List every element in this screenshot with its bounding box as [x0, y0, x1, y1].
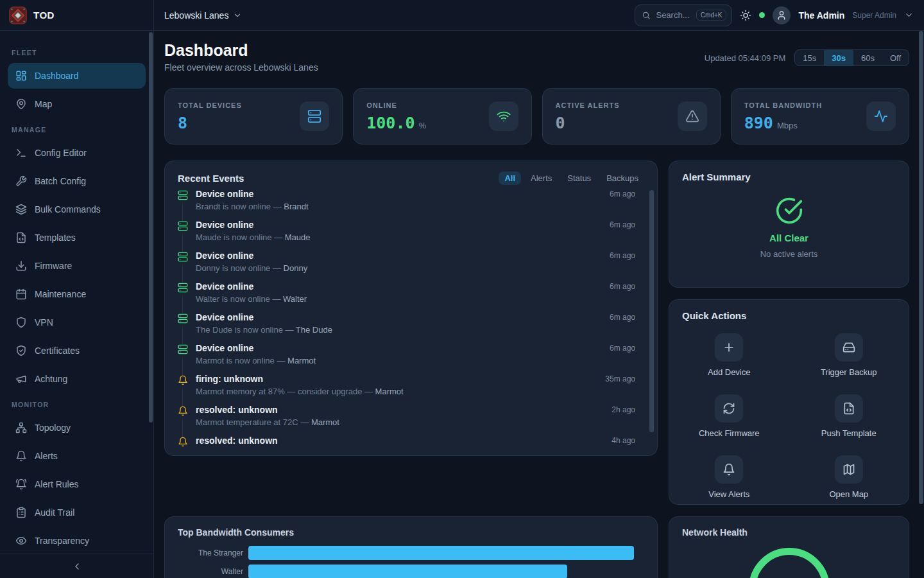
brand: TOD	[0, 0, 154, 31]
event-device: Marmot	[375, 387, 404, 396]
sidebar-item-label: Audit Trail	[35, 507, 74, 518]
file-code-icon	[15, 232, 27, 243]
sidebar-item-label: Bulk Commands	[35, 204, 101, 215]
event-filter-tab-status[interactable]: Status	[561, 171, 597, 185]
recent-events-panel: Recent Events AllAlertsStatusBackups Dev…	[164, 161, 658, 456]
sidebar-item-config-editor[interactable]: Config Editor	[8, 140, 146, 166]
refresh-option-60s[interactable]: 60s	[853, 50, 882, 66]
bandwidth-device-label: Walter	[165, 567, 248, 576]
event-title: Device online	[196, 281, 253, 292]
sidebar-item-maintenance[interactable]: Maintenance	[8, 281, 146, 307]
event-row[interactable]: resolved: unknown4h ago	[178, 435, 644, 453]
refresh-option-30s[interactable]: 30s	[824, 50, 853, 66]
refresh-icon	[723, 402, 735, 415]
search-icon	[642, 11, 651, 20]
quick-action-label: Push Template	[821, 428, 877, 438]
event-description: Walter is now online — Walter	[196, 294, 307, 304]
sidebar-item-templates[interactable]: Templates	[8, 225, 146, 250]
quick-action-push-template[interactable]: Push Template	[789, 394, 909, 438]
sidebar-item-bulk-commands[interactable]: Bulk Commands	[8, 197, 146, 222]
sidebar-item-audit-trail[interactable]: Audit Trail	[8, 500, 146, 525]
stat-label: TOTAL BANDWIDTH	[744, 101, 822, 109]
sidebar-item-firmware[interactable]: Firmware	[8, 253, 146, 279]
sidebar-item-alert-rules[interactable]: Alert Rules	[8, 471, 146, 497]
alert-triangle-icon	[685, 109, 699, 123]
page-scrollbar[interactable]	[919, 31, 923, 504]
event-title: Device online	[196, 220, 253, 230]
bell-icon	[178, 406, 188, 419]
quick-action-label: Check Firmware	[699, 428, 760, 438]
server-icon	[178, 252, 188, 265]
user-menu-chevron-down-icon[interactable]	[904, 10, 914, 20]
sidebar-item-certificates[interactable]: Certificates	[8, 338, 146, 363]
quick-action-open-map[interactable]: Open Map	[789, 455, 909, 499]
quick-action-check-firmware[interactable]: Check Firmware	[669, 394, 789, 438]
event-device: Brandt	[284, 202, 308, 211]
avatar[interactable]	[773, 6, 791, 24]
sidebar-item-vpn[interactable]: VPN	[8, 310, 146, 335]
event-filter-tab-all[interactable]: All	[499, 171, 521, 185]
event-row[interactable]: Device onlineMarmot is now online — Marm…	[178, 343, 644, 374]
quick-action-label: View Alerts	[708, 489, 749, 499]
search-input[interactable]: Search... Cmd+K	[635, 4, 732, 26]
shield-check-icon	[15, 345, 27, 356]
event-time: 4h ago	[612, 436, 635, 445]
plus-icon	[723, 341, 735, 354]
shield-icon	[15, 317, 27, 328]
event-list: Device onlineBrandt is now online — Bran…	[178, 189, 644, 453]
sidebar-item-transparency[interactable]: Transparency	[8, 528, 146, 554]
main-content: Dashboard Fleet overview across Lebowski…	[155, 31, 924, 578]
sidebar-section-label: MONITOR	[12, 401, 142, 408]
event-row[interactable]: resolved: unknownMarmot temperature at 7…	[178, 405, 644, 435]
map-pin-icon	[15, 98, 27, 110]
sidebar-item-alerts[interactable]: Alerts	[8, 443, 146, 469]
sidebar-item-topology[interactable]: Topology	[8, 415, 146, 441]
sidebar-item-label: Topology	[35, 423, 71, 433]
event-title: Device online	[196, 250, 253, 261]
event-title: firing: unknown	[196, 374, 263, 384]
bandwidth-device-label: The Stranger	[165, 548, 248, 557]
sidebar-item-dashboard[interactable]: Dashboard	[8, 63, 146, 89]
event-filter-tab-backups[interactable]: Backups	[601, 171, 644, 185]
stat-unit: Mbps	[777, 121, 798, 130]
event-row[interactable]: Device onlineBrandt is now online — Bran…	[178, 189, 644, 220]
sidebar-collapse-button[interactable]	[0, 554, 153, 578]
event-device: The Dude	[296, 325, 332, 335]
event-description: Brandt is now online — Brandt	[196, 202, 309, 211]
org-selector[interactable]: Lebowski Lanes	[164, 10, 242, 21]
sidebar-item-batch-config[interactable]: Batch Config	[8, 168, 146, 194]
topology-icon	[15, 422, 27, 434]
event-row[interactable]: Device onlineMaude is now online — Maude…	[178, 220, 644, 250]
event-row[interactable]: Device onlineThe Dude is now online — Th…	[178, 312, 644, 343]
event-row[interactable]: Device onlineWalter is now online — Walt…	[178, 281, 644, 312]
event-device: Marmot	[311, 417, 339, 427]
refresh-option-off[interactable]: Off	[882, 50, 909, 66]
stat-card-online: ONLINE100.0%	[353, 88, 531, 144]
page-subtitle: Fleet overview across Lebowski Lanes	[164, 62, 318, 73]
quick-action-trigger-backup[interactable]: Trigger Backup	[789, 333, 909, 377]
quick-action-add-device[interactable]: Add Device	[669, 333, 789, 377]
event-title: Device online	[196, 189, 253, 199]
bell-ring-icon	[15, 478, 27, 490]
theme-toggle-sun-icon[interactable]	[740, 10, 751, 21]
event-filter-tab-alerts[interactable]: Alerts	[525, 171, 558, 185]
refresh-option-15s[interactable]: 15s	[795, 50, 824, 66]
event-row[interactable]: firing: unknownMarmot memory at 87% — co…	[178, 374, 644, 405]
stat-label: ACTIVE ALERTS	[556, 101, 620, 109]
event-row[interactable]: Device onlineDonny is now online — Donny…	[178, 250, 644, 281]
event-time: 6m ago	[610, 251, 635, 260]
recent-events-title: Recent Events	[178, 173, 244, 184]
event-device: Marmot	[287, 356, 316, 365]
stat-value: 100.0	[366, 115, 415, 131]
sidebar-item-achtung[interactable]: Achtung	[8, 366, 146, 392]
event-list-scrollbar[interactable]	[649, 190, 654, 432]
event-time: 6m ago	[610, 344, 635, 353]
sidebar-scrollbar[interactable]	[149, 32, 153, 423]
last-updated-text: Updated 05:44:09 PM	[705, 53, 785, 63]
sidebar-item-map[interactable]: Map	[8, 91, 146, 117]
event-time: 2h ago	[612, 405, 635, 414]
quick-actions-title: Quick Actions	[669, 300, 909, 321]
event-time: 6m ago	[610, 220, 635, 229]
quick-action-view-alerts[interactable]: View Alerts	[669, 455, 789, 499]
bandwidth-chart: The StrangerWalter	[165, 546, 657, 578]
